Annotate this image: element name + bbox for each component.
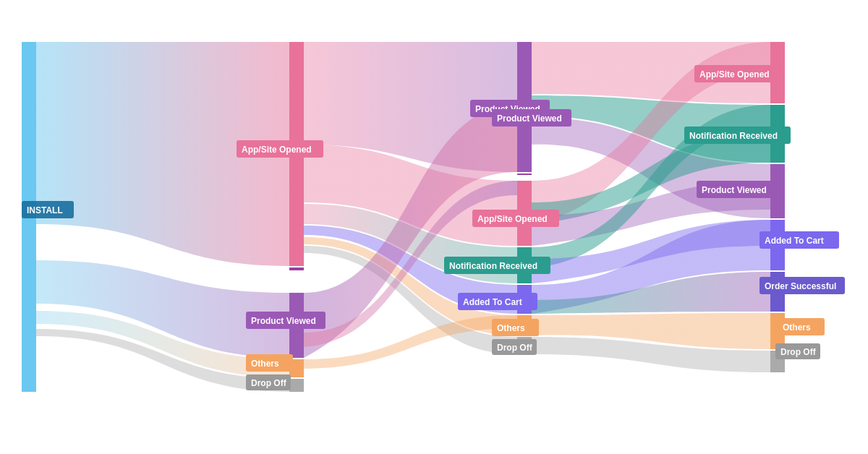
label-col3-product-top: Product Viewed <box>497 113 562 124</box>
label-col4-product: Product Viewed <box>702 185 767 195</box>
node-col2-product-top <box>289 267 304 270</box>
sankey-chart: INSTALL App/Site Opened Product Viewed O… <box>0 0 868 454</box>
node-col2-dropoff <box>289 379 304 392</box>
label-install: INSTALL <box>27 205 63 215</box>
label-col3-dropoff: Drop Off <box>497 343 533 353</box>
label-col3-notif: Notification Received <box>449 261 537 271</box>
label-col2-others: Others <box>251 359 279 369</box>
label-col4-notif: Notification Received <box>689 131 778 141</box>
label-col3-cart: Added To Cart <box>463 297 522 307</box>
node-col3-sep1 <box>517 174 532 175</box>
label-col2-app: App/Site Opened <box>242 145 312 155</box>
label-col3-app: App/Site Opened <box>477 214 548 224</box>
label-col4-order: Order Successful <box>765 281 836 291</box>
label-col2-product: Product Viewed <box>251 316 316 326</box>
label-col2-dropoff: Drop Off <box>251 378 287 388</box>
label-col4-others: Others <box>783 322 811 333</box>
label-col4-dropoff: Drop Off <box>780 347 817 357</box>
label-col4-cart: Added To Cart <box>765 236 824 246</box>
label-col4-app: App/Site Opened <box>699 69 770 80</box>
label-col3-others: Others <box>497 323 525 333</box>
